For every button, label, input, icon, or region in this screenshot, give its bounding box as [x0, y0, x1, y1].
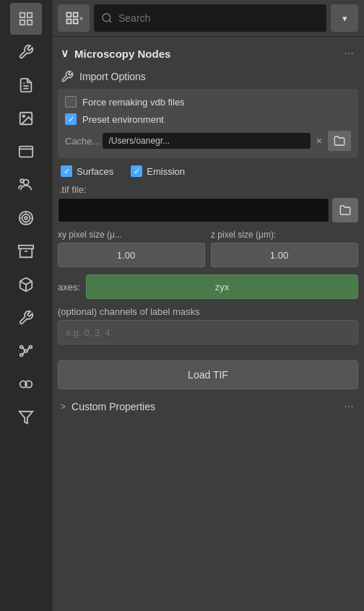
- xy-pixel-field: xy pixel size (μ...: [58, 230, 205, 267]
- xy-pixel-label: xy pixel size (μ...: [58, 230, 205, 240]
- collapse-arrow-icon[interactable]: ∨: [61, 47, 69, 60]
- svg-line-36: [109, 20, 111, 22]
- svg-rect-2: [20, 20, 24, 25]
- preset-environment-label: Preset environment: [82, 114, 164, 125]
- sidebar-item-target[interactable]: [10, 202, 42, 234]
- sidebar-item-archive[interactable]: [10, 235, 42, 267]
- custom-properties-title: > Custom Properties: [61, 401, 155, 412]
- folder-icon-tif: [339, 204, 351, 216]
- load-tif-button[interactable]: Load TIF: [58, 360, 358, 389]
- sidebar-item-chain[interactable]: [10, 368, 42, 400]
- section-title-text: Microscopy Nodes: [74, 48, 170, 60]
- sidebar-item-image[interactable]: [10, 103, 42, 134]
- sidebar-item-wrench[interactable]: [10, 302, 42, 334]
- sidebar-item-tools[interactable]: [10, 36, 42, 68]
- sidebar-item-document[interactable]: [10, 69, 42, 101]
- z-pixel-input[interactable]: [211, 243, 358, 267]
- axes-input[interactable]: [86, 274, 358, 299]
- chevron-down-icon: ▾: [342, 13, 347, 24]
- optional-channels-label: (optional) channels of label masks: [58, 306, 358, 317]
- folder-icon: [334, 135, 345, 147]
- preset-environment-row: ✓ Preset environment: [65, 113, 351, 125]
- svg-rect-18: [18, 246, 32, 249]
- sidebar-item-nodes[interactable]: [10, 335, 42, 367]
- force-remaking-checkbox[interactable]: [65, 96, 77, 108]
- force-remaking-row: Force remaking vdb files: [65, 96, 351, 108]
- surfaces-checkbox[interactable]: ✓: [61, 165, 72, 177]
- section-dots-icon[interactable]: ⋯: [344, 48, 355, 59]
- axes-label: axes:: [58, 282, 80, 292]
- xy-pixel-input[interactable]: [58, 243, 205, 267]
- sidebar-item-image2[interactable]: [10, 136, 42, 168]
- import-options-label: Import Options: [79, 71, 146, 82]
- svg-marker-30: [19, 412, 32, 424]
- search-bar[interactable]: [94, 4, 326, 32]
- emission-checkbox[interactable]: ✓: [131, 165, 142, 177]
- custom-props-dots-icon[interactable]: ⋯: [344, 401, 355, 412]
- tif-folder-button[interactable]: [332, 198, 358, 222]
- main-panel: ▾ ▾ ∨ Microscopy Nodes ⋯ Import Optio: [52, 0, 364, 611]
- surfaces-checkmark: ✓: [64, 167, 70, 176]
- emission-checkmark: ✓: [134, 167, 140, 176]
- tif-file-group: .tif file:: [58, 184, 358, 222]
- surfaces-label: Surfaces: [77, 166, 113, 177]
- custom-properties-label: Custom Properties: [72, 401, 155, 412]
- tif-file-label: .tif file:: [58, 184, 358, 195]
- cache-path-display: /Users/oanegr...: [103, 133, 310, 149]
- header: ▾ ▾: [52, 0, 364, 37]
- optional-channels-input[interactable]: [58, 320, 358, 344]
- sidebar-item-filter[interactable]: [10, 402, 42, 433]
- checkmark-icon: ✓: [68, 115, 74, 124]
- header-expand-button[interactable]: ▾: [331, 4, 358, 32]
- surfaces-checkbox-item[interactable]: ✓ Surfaces: [61, 165, 113, 177]
- microscopy-nodes-title: ∨ Microscopy Nodes: [61, 47, 170, 60]
- svg-line-25: [22, 347, 25, 352]
- expand-arrow-icon[interactable]: >: [61, 402, 66, 412]
- header-dropdown-arrow: ▾: [79, 14, 83, 22]
- cache-folder-button[interactable]: [328, 131, 351, 151]
- sidebar-item-cube[interactable]: [10, 269, 42, 300]
- svg-point-12: [22, 214, 30, 222]
- import-options-title: Import Options: [58, 67, 358, 89]
- svg-rect-34: [73, 20, 77, 24]
- panel-content: ∨ Microscopy Nodes ⋯ Import Options Forc…: [52, 37, 364, 611]
- svg-point-7: [22, 115, 25, 117]
- svg-point-13: [25, 217, 27, 220]
- z-pixel-label: z pixel size (μm):: [211, 230, 358, 240]
- svg-rect-31: [66, 13, 71, 17]
- svg-point-35: [103, 14, 110, 22]
- emission-checkbox-item[interactable]: ✓ Emission: [131, 165, 185, 177]
- svg-point-10: [20, 179, 24, 183]
- svg-rect-8: [19, 147, 32, 157]
- svg-rect-33: [66, 20, 71, 24]
- z-pixel-field: z pixel size (μm):: [211, 230, 358, 267]
- emission-label: Emission: [147, 166, 185, 177]
- svg-point-23: [20, 354, 22, 357]
- force-remaking-label: Force remaking vdb files: [82, 97, 185, 108]
- preset-environment-checkbox[interactable]: ✓: [65, 113, 77, 125]
- sidebar-item-users[interactable]: [10, 169, 42, 201]
- cache-clear-button[interactable]: ×: [313, 135, 325, 147]
- header-grid-button[interactable]: ▾: [58, 4, 90, 32]
- tif-file-input-row: [58, 198, 358, 222]
- svg-rect-1: [27, 13, 31, 17]
- search-input[interactable]: [118, 12, 319, 24]
- optional-channels-group: (optional) channels of label masks: [58, 306, 358, 353]
- svg-line-26: [27, 347, 29, 352]
- search-icon: [101, 12, 113, 24]
- tif-file-input[interactable]: [58, 198, 329, 222]
- svg-point-22: [29, 346, 32, 349]
- sidebar-item-grid[interactable]: [10, 3, 42, 35]
- svg-point-24: [25, 350, 27, 352]
- svg-line-27: [22, 351, 25, 355]
- cache-row: Cache... /Users/oanegr... ×: [65, 131, 351, 151]
- surfaces-emission-row: ✓ Surfaces ✓ Emission: [58, 165, 358, 177]
- custom-properties-header: > Custom Properties ⋯: [58, 396, 358, 417]
- axes-row: axes:: [58, 274, 358, 299]
- svg-rect-32: [73, 13, 77, 17]
- wrench-icon: [61, 70, 74, 83]
- cache-label: Cache...: [65, 136, 100, 147]
- svg-point-21: [20, 346, 22, 349]
- svg-rect-3: [27, 20, 31, 25]
- pixel-size-row: xy pixel size (μ... z pixel size (μm):: [58, 230, 358, 267]
